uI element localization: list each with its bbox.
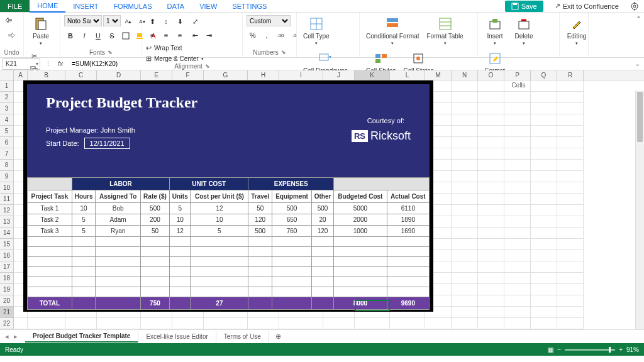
table-cell[interactable] — [170, 247, 191, 257]
table-cell[interactable] — [311, 247, 333, 257]
tab-settings[interactable]: SETTINGS — [225, 1, 274, 12]
table-cell[interactable] — [170, 267, 191, 277]
table-cell[interactable]: Ryan — [96, 226, 140, 237]
table-cell[interactable] — [28, 247, 72, 257]
table-cell[interactable] — [170, 237, 191, 247]
table-cell[interactable] — [248, 267, 272, 277]
table-cell[interactable]: 12 — [170, 226, 191, 237]
table-cell[interactable]: 120 — [311, 226, 333, 237]
column-header[interactable]: K — [355, 70, 390, 80]
table-cell[interactable] — [387, 287, 429, 297]
table-cell[interactable] — [72, 287, 96, 297]
row-header[interactable]: 12 — [0, 205, 13, 216]
table-cell[interactable] — [334, 287, 387, 297]
row-header[interactable]: 21 — [0, 307, 13, 318]
row-header[interactable]: 10 — [0, 182, 13, 194]
undo-button[interactable] — [4, 15, 16, 28]
table-cell[interactable] — [140, 267, 169, 277]
table-cell[interactable] — [272, 277, 312, 287]
table-cell[interactable] — [72, 277, 96, 287]
row-header[interactable]: 8 — [0, 160, 13, 171]
tab-home[interactable]: HOME — [30, 0, 65, 13]
table-cell[interactable]: 500 — [140, 203, 169, 214]
italic-button[interactable]: I — [78, 30, 91, 42]
table-cell[interactable]: Bob — [96, 203, 140, 214]
file-tab[interactable]: FILE — [0, 0, 30, 12]
table-cell[interactable] — [96, 267, 140, 277]
table-cell[interactable] — [28, 257, 72, 267]
table-cell[interactable]: 1890 — [387, 214, 429, 226]
table-cell[interactable] — [248, 287, 272, 297]
table-cell[interactable] — [272, 287, 312, 297]
table-cell[interactable] — [248, 247, 272, 257]
column-header[interactable]: N — [452, 70, 478, 80]
table-cell[interactable]: 760 — [272, 226, 312, 237]
collapse-ribbon-icon[interactable]: ⌃ — [636, 15, 641, 23]
tab-view[interactable]: VIEW — [192, 1, 225, 12]
cell-type-button[interactable]: Cell Type▾ — [301, 15, 332, 47]
row-header[interactable]: 15 — [0, 239, 13, 250]
align-bottom-button[interactable]: ⬇ — [174, 15, 186, 28]
row-header[interactable]: 18 — [0, 273, 13, 284]
table-cell[interactable] — [72, 247, 96, 257]
table-cell[interactable]: 2000 — [334, 214, 387, 226]
zoom-in-button[interactable]: + — [619, 346, 623, 353]
percent-button[interactable]: % — [247, 29, 259, 41]
conditional-format-button[interactable]: Conditional Format▾ — [364, 15, 421, 47]
table-cell[interactable] — [334, 257, 387, 267]
table-cell[interactable] — [28, 237, 72, 247]
table-cell[interactable]: 500 — [272, 203, 312, 214]
number-format-select[interactable]: Custom — [247, 15, 291, 26]
table-cell[interactable]: 200 — [140, 214, 169, 226]
table-cell[interactable] — [248, 257, 272, 267]
column-header[interactable]: M — [425, 70, 452, 80]
select-all-corner[interactable] — [0, 70, 14, 80]
table-cell[interactable] — [191, 247, 248, 257]
sheet-tab[interactable]: Terms of Use — [216, 331, 269, 342]
table-cell[interactable]: 50 — [140, 226, 169, 237]
table-cell[interactable] — [28, 277, 72, 287]
table-cell[interactable] — [387, 237, 429, 247]
row-header[interactable]: 20 — [0, 295, 13, 307]
exit-confluence-button[interactable]: ↗ Exit to Confluence — [548, 0, 625, 12]
table-cell[interactable] — [334, 267, 387, 277]
table-cell[interactable]: 5 — [72, 214, 96, 226]
table-cell[interactable] — [96, 247, 140, 257]
table-cell[interactable] — [387, 267, 429, 277]
table-cell[interactable] — [140, 287, 169, 297]
row-header[interactable]: 4 — [0, 114, 13, 126]
name-box[interactable]: K21 — [3, 58, 40, 70]
align-middle-button[interactable]: ↕ — [160, 15, 172, 28]
column-header[interactable]: G — [204, 70, 248, 80]
table-cell[interactable]: 5 — [72, 226, 96, 237]
sheet-tab[interactable]: Excel-like Issue Editor — [138, 331, 216, 342]
table-cell[interactable]: 500 — [311, 203, 333, 214]
bold-button[interactable]: B — [64, 30, 77, 42]
table-cell[interactable] — [191, 237, 248, 247]
table-cell[interactable] — [170, 257, 191, 267]
wrap-text-button[interactable]: ↩ Wrap Text — [146, 44, 204, 52]
increase-font-button[interactable]: A▴ — [122, 15, 135, 28]
column-header[interactable]: L — [390, 70, 425, 80]
column-header[interactable]: A — [14, 70, 28, 80]
row-header[interactable]: 7 — [0, 148, 13, 160]
font-size-select[interactable]: 11 — [103, 15, 121, 26]
table-cell[interactable]: 12 — [191, 203, 248, 214]
table-cell[interactable]: 1000 — [334, 226, 387, 237]
column-header[interactable]: J — [323, 70, 355, 80]
column-header[interactable]: H — [248, 70, 279, 80]
table-cell[interactable]: 20 — [311, 214, 333, 226]
comma-button[interactable]: , — [260, 29, 273, 41]
column-header[interactable]: P — [504, 70, 531, 80]
row-header[interactable]: 3 — [0, 103, 13, 114]
table-cell[interactable]: 50 — [248, 203, 272, 214]
row-header[interactable]: 5 — [0, 126, 13, 137]
table-cell[interactable] — [96, 257, 140, 267]
cells-area[interactable]: Project Budget Tracker Project Manager: … — [14, 80, 644, 329]
table-cell[interactable]: 6110 — [387, 203, 429, 214]
table-cell[interactable] — [96, 237, 140, 247]
table-cell[interactable] — [311, 237, 333, 247]
table-cell[interactable] — [140, 257, 169, 267]
table-cell[interactable] — [96, 287, 140, 297]
table-cell[interactable]: 10 — [170, 214, 191, 226]
